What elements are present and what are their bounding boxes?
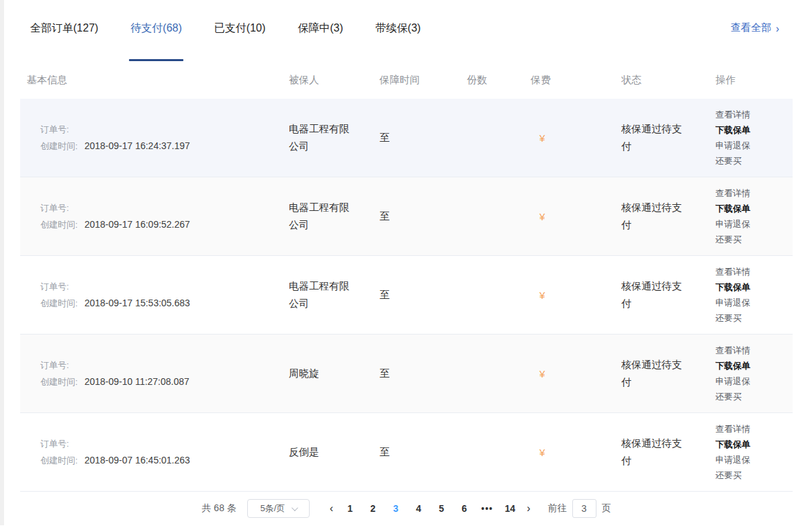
order-no-label: 订单号: [40,439,69,449]
page-number[interactable]: 6 [453,503,476,514]
view-all-label: 查看全部 [731,21,771,34]
header-copies: 份数 [467,74,531,87]
table-row: 订单号: 创建时间:2018-09-17 15:53:05.683 电器工程有限… [20,256,793,335]
page-number[interactable]: 1 [339,503,361,514]
prev-page-button[interactable]: ‹ [324,502,339,515]
tab-pending-payment[interactable]: 待支付(68) [130,21,181,61]
insured-cell: 反倒是 [289,443,380,461]
apply-refund-link[interactable]: 申请退保 [715,138,793,153]
created-value: 2018-09-10 11:27:08.087 [85,376,189,387]
status-cell: 核保通过待支付 [621,199,715,234]
page-suffix-label: 页 [602,502,611,515]
apply-refund-link[interactable]: 申请退保 [715,452,793,468]
page-number[interactable]: 14 [498,503,521,514]
created-label: 创建时间: [40,220,78,230]
premium-cell: ¥ [531,132,621,144]
coverage-period-cell: 至 [380,208,467,225]
left-edge-strip [0,0,4,525]
view-detail-link[interactable]: 查看详情 [715,421,793,437]
goto-page-input[interactable] [572,499,596,518]
orders-table: 基本信息 被保人 保障时间 份数 保费 状态 操作 订单号: 创建时间:2018… [20,61,793,492]
order-no-label: 订单号: [40,360,69,370]
view-detail-link[interactable]: 查看详情 [715,343,793,358]
download-policy-link[interactable]: 下载保单 [715,201,793,216]
order-no-label: 订单号: [40,281,69,292]
premium-cell: ¥ [531,368,621,380]
basic-info-cell: 订单号: 创建时间:2018-09-10 11:27:08.087 [20,357,289,390]
table-row: 订单号: 创建时间:2018-09-07 16:45:01.263 反倒是 至 … [20,413,793,492]
actions-cell: 查看详情 下载保单 申请退保 还要买 [715,421,793,483]
order-tabs: 全部订单(127) 待支付(68) 已支付(10) 保障中(3) 带续保(3) … [0,0,798,61]
insured-cell: 周晓旋 [289,365,380,382]
buy-again-link[interactable]: 还要买 [715,389,793,404]
download-policy-link[interactable]: 下载保单 [715,437,793,452]
actions-cell: 查看详情 下载保单 申请退保 还要买 [715,107,793,169]
apply-refund-link[interactable]: 申请退保 [715,295,793,310]
view-detail-link[interactable]: 查看详情 [715,107,793,122]
coverage-period-cell: 至 [380,365,467,382]
tab-all-orders[interactable]: 全部订单(127) [30,21,98,61]
page-number[interactable]: 2 [361,503,384,514]
download-policy-link[interactable]: 下载保单 [715,279,793,295]
order-no-label: 订单号: [40,203,69,213]
goto-label: 前往 [548,502,567,515]
created-label: 创建时间: [40,377,78,387]
created-label: 创建时间: [40,141,78,151]
download-policy-link[interactable]: 下载保单 [715,358,793,373]
buy-again-link[interactable]: 还要买 [715,310,793,326]
status-cell: 核保通过待支付 [621,356,715,391]
chevron-right-icon: › [776,21,779,35]
header-insured: 被保人 [289,74,380,87]
actions-cell: 查看详情 下载保单 申请退保 还要买 [715,185,793,247]
order-no-label: 订单号: [40,124,69,134]
view-detail-link[interactable]: 查看详情 [715,185,793,201]
insured-cell: 电器工程有限公司 [289,199,380,234]
actions-cell: 查看详情 下载保单 申请退保 还要买 [715,343,793,404]
page-number[interactable]: 4 [407,503,430,514]
page-number-active[interactable]: 3 [384,503,407,514]
page-list: 1 2 3 4 5 6 ••• 14 [339,503,521,514]
header-coverage-period: 保障时间 [380,74,467,87]
next-page-button[interactable]: › [521,502,535,515]
created-label: 创建时间: [40,455,78,466]
basic-info-cell: 订单号: 创建时间:2018-09-17 16:09:52.267 [20,200,289,233]
table-header-row: 基本信息 被保人 保障时间 份数 保费 状态 操作 [20,61,793,99]
created-value: 2018-09-07 16:45:01.263 [85,455,190,466]
basic-info-cell: 订单号: 创建时间:2018-09-17 16:24:37.197 [20,121,289,154]
apply-refund-link[interactable]: 申请退保 [715,373,793,389]
tab-paid[interactable]: 已支付(10) [214,21,265,61]
view-all-link[interactable]: 查看全部 › [731,21,779,34]
actions-cell: 查看详情 下载保单 申请退保 还要买 [715,264,793,326]
orders-page: 全部订单(127) 待支付(68) 已支付(10) 保障中(3) 带续保(3) … [0,0,798,532]
table-row: 订单号: 创建时间:2018-09-10 11:27:08.087 周晓旋 至 … [20,335,793,413]
header-status: 状态 [621,74,715,87]
apply-refund-link[interactable]: 申请退保 [715,216,793,232]
table-row: 订单号: 创建时间:2018-09-17 16:09:52.267 电器工程有限… [20,177,793,256]
tab-in-coverage[interactable]: 保障中(3) [298,21,343,61]
view-detail-link[interactable]: 查看详情 [715,264,793,279]
page-number[interactable]: 5 [430,503,453,514]
more-pages-icon[interactable]: ••• [476,503,498,514]
created-value: 2018-09-17 16:09:52.267 [85,219,190,230]
buy-again-link[interactable]: 还要买 [715,232,793,247]
created-value: 2018-09-17 16:24:37.197 [85,140,190,151]
status-cell: 核保通过待支付 [621,277,715,312]
header-basic-info: 基本信息 [20,74,289,87]
insured-cell: 电器工程有限公司 [289,277,380,312]
page-jumper: 前往 页 [548,499,611,518]
buy-again-link[interactable]: 还要买 [715,153,793,169]
buy-again-link[interactable]: 还要买 [715,468,793,483]
chevron-down-icon [292,504,298,511]
status-cell: 核保通过待支付 [621,120,715,155]
tab-renewal[interactable]: 带续保(3) [375,21,421,61]
insured-cell: 电器工程有限公司 [289,120,380,155]
premium-cell: ¥ [531,290,621,301]
created-label: 创建时间: [40,298,78,308]
total-count: 共 68 条 [202,502,236,515]
download-policy-link[interactable]: 下载保单 [715,122,793,138]
coverage-period-cell: 至 [380,286,467,304]
page-size-select[interactable]: 5条/页 [247,499,310,518]
header-actions: 操作 [715,74,793,87]
basic-info-cell: 订单号: 创建时间:2018-09-17 15:53:05.683 [20,278,289,312]
pagination-bar: 共 68 条 5条/页 ‹ 1 2 3 4 5 6 ••• 14 › 前往 页 [20,492,793,525]
